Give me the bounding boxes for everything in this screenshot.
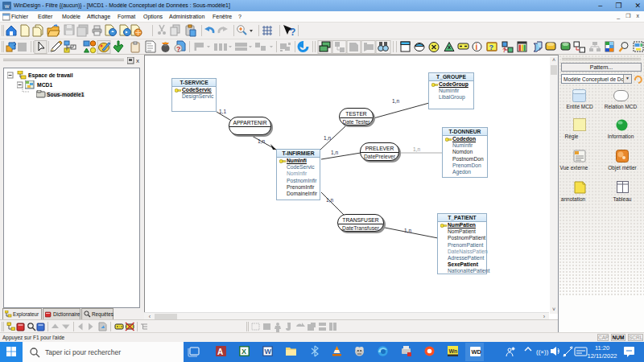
svg-text:A: A [217, 348, 223, 356]
svg-text:?: ? [489, 43, 494, 51]
svg-text:W: W [5, 4, 10, 9]
svg-text:?: ? [176, 45, 181, 53]
svg-text:WD: WD [472, 348, 482, 356]
svg-text:11:20: 11:20 [595, 344, 609, 352]
svg-text:((×)): ((×)) [536, 348, 549, 356]
svg-text:i: i [476, 43, 478, 51]
svg-text:12/11/2022: 12/11/2022 [588, 352, 617, 360]
svg-text:Taper ici pour rechercher: Taper ici pour rechercher [45, 348, 121, 356]
svg-text:?: ? [290, 27, 295, 38]
svg-text:X: X [242, 348, 246, 356]
svg-text:?: ? [502, 47, 506, 54]
svg-text:Wn: Wn [449, 348, 458, 354]
svg-text:W: W [265, 348, 272, 356]
svg-text:x: x [136, 57, 139, 64]
